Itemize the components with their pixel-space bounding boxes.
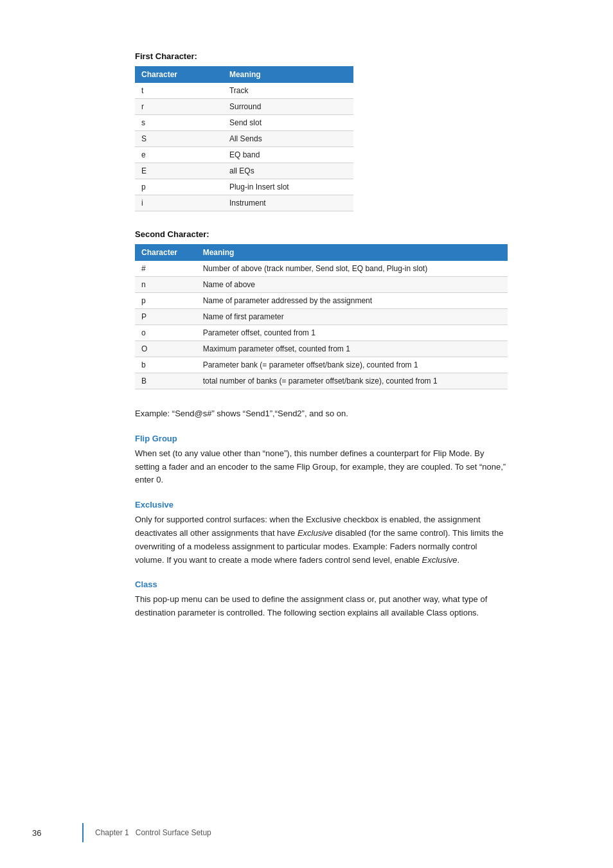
meaning-cell: Track bbox=[223, 83, 353, 99]
footer-chapter-title: Control Surface Setup bbox=[136, 828, 211, 837]
char-cell: p bbox=[135, 179, 223, 195]
footer-chapter: Chapter 1 Control Surface Setup bbox=[95, 828, 211, 837]
meaning-cell: Instrument bbox=[223, 195, 353, 211]
meaning-cell: Surround bbox=[223, 99, 353, 115]
class-heading: Class bbox=[135, 580, 555, 589]
table-row: sSend slot bbox=[135, 115, 353, 131]
first-char-col-meaning: Meaning bbox=[223, 66, 353, 83]
exclusive-heading: Exclusive bbox=[135, 500, 555, 509]
meaning-cell: total number of banks (= parameter offse… bbox=[197, 373, 508, 389]
flip-group-text: When set (to any value other than “none”… bbox=[135, 447, 508, 487]
footer-divider bbox=[82, 823, 84, 842]
meaning-cell: Name of parameter addressed by the assig… bbox=[197, 293, 508, 309]
table-row: iInstrument bbox=[135, 195, 353, 211]
char-cell: B bbox=[135, 373, 197, 389]
char-cell: P bbox=[135, 309, 197, 325]
meaning-cell: Plug-in Insert slot bbox=[223, 179, 353, 195]
table-row: pName of parameter addressed by the assi… bbox=[135, 293, 508, 309]
table-row: Btotal number of banks (= parameter offs… bbox=[135, 373, 508, 389]
table-row: SAll Sends bbox=[135, 131, 353, 147]
table-row: oParameter offset, counted from 1 bbox=[135, 325, 508, 341]
second-char-col-character: Character bbox=[135, 244, 197, 261]
example-text: Example: “Send@s#” shows “Send1”,“Send2”… bbox=[135, 407, 508, 421]
table-row: bParameter bank (= parameter offset/bank… bbox=[135, 357, 508, 373]
footer: 36 Chapter 1 Control Surface Setup bbox=[0, 823, 613, 842]
exclusive-text-3: . bbox=[458, 555, 460, 565]
flip-group-heading: Flip Group bbox=[135, 434, 555, 443]
meaning-cell: Send slot bbox=[223, 115, 353, 131]
table-row: PName of first parameter bbox=[135, 309, 508, 325]
first-character-table: Character Meaning tTrackrSurroundsSend s… bbox=[135, 66, 353, 211]
meaning-cell: Name of first parameter bbox=[197, 309, 508, 325]
table-row: eEQ band bbox=[135, 147, 353, 163]
char-cell: S bbox=[135, 131, 223, 147]
meaning-cell: Name of above bbox=[197, 277, 508, 293]
meaning-cell: Number of above (track number, Send slot… bbox=[197, 261, 508, 277]
second-char-col-meaning: Meaning bbox=[197, 244, 508, 261]
page: First Character: Character Meaning tTrac… bbox=[0, 0, 613, 868]
exclusive-text: Only for supported control surfaces: whe… bbox=[135, 513, 508, 567]
footer-page-number: 36 bbox=[32, 828, 71, 838]
exclusive-italic-2: Exclusive bbox=[422, 555, 458, 565]
second-character-title: Second Character: bbox=[135, 229, 555, 239]
char-cell: t bbox=[135, 83, 223, 99]
char-cell: i bbox=[135, 195, 223, 211]
char-cell: o bbox=[135, 325, 197, 341]
table-row: Eall EQs bbox=[135, 163, 353, 179]
second-character-table: Character Meaning #Number of above (trac… bbox=[135, 244, 508, 389]
char-cell: e bbox=[135, 147, 223, 163]
char-cell: E bbox=[135, 163, 223, 179]
class-text: This pop-up menu can be used to define t… bbox=[135, 593, 508, 620]
char-cell: n bbox=[135, 277, 197, 293]
meaning-cell: Maximum parameter offset, counted from 1 bbox=[197, 341, 508, 357]
meaning-cell: Parameter bank (= parameter offset/bank … bbox=[197, 357, 508, 373]
exclusive-italic-1: Exclusive bbox=[298, 528, 333, 538]
first-character-title: First Character: bbox=[135, 51, 555, 61]
meaning-cell: all EQs bbox=[223, 163, 353, 179]
char-cell: # bbox=[135, 261, 197, 277]
meaning-cell: EQ band bbox=[223, 147, 353, 163]
table-row: rSurround bbox=[135, 99, 353, 115]
table-row: pPlug-in Insert slot bbox=[135, 179, 353, 195]
meaning-cell: All Sends bbox=[223, 131, 353, 147]
char-cell: p bbox=[135, 293, 197, 309]
footer-chapter-label: Chapter 1 bbox=[95, 828, 129, 837]
second-character-section: Second Character: Character Meaning #Num… bbox=[135, 229, 555, 389]
first-character-section: First Character: Character Meaning tTrac… bbox=[135, 51, 555, 211]
table-row: nName of above bbox=[135, 277, 508, 293]
table-row: tTrack bbox=[135, 83, 353, 99]
meaning-cell: Parameter offset, counted from 1 bbox=[197, 325, 508, 341]
char-cell: b bbox=[135, 357, 197, 373]
table-row: OMaximum parameter offset, counted from … bbox=[135, 341, 508, 357]
char-cell: r bbox=[135, 99, 223, 115]
char-cell: O bbox=[135, 341, 197, 357]
table-row: #Number of above (track number, Send slo… bbox=[135, 261, 508, 277]
char-cell: s bbox=[135, 115, 223, 131]
first-char-col-character: Character bbox=[135, 66, 223, 83]
